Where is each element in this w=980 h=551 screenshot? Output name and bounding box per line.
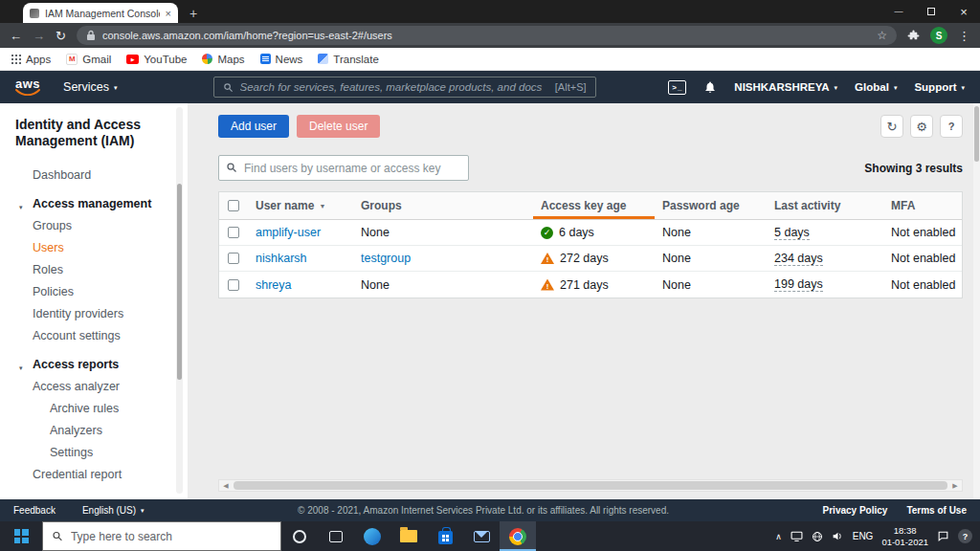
aws-footer: Feedback English (US)▾ © 2008 - 2021, Am…: [0, 499, 980, 521]
delete-user-button[interactable]: Delete user: [297, 115, 380, 138]
wifi-globe-icon[interactable]: [812, 531, 823, 542]
sidebar-item-policies[interactable]: Policies: [0, 281, 176, 303]
language-indicator[interactable]: ENG: [853, 531, 874, 541]
sidebar-scroll-thumb[interactable]: [177, 184, 182, 380]
sidebar-item-archive-rules[interactable]: Archive rules: [0, 398, 176, 420]
services-menu[interactable]: Services▾: [63, 80, 117, 94]
minimize-button[interactable]: —: [882, 0, 915, 23]
windows-logo-icon: [14, 529, 29, 543]
tray-expand-icon[interactable]: ∧: [775, 532, 782, 541]
cloudshell-icon[interactable]: >_: [668, 80, 686, 95]
reload-button[interactable]: ↻: [56, 30, 66, 42]
bookmark-news[interactable]: News: [260, 54, 303, 65]
taskbar-search-input[interactable]: [71, 530, 272, 543]
speaker-icon[interactable]: [832, 531, 844, 541]
column-user-name[interactable]: User name▼: [248, 192, 353, 219]
bookmark-apps[interactable]: Apps: [11, 54, 51, 65]
column-groups[interactable]: Groups: [353, 192, 533, 219]
feedback-link[interactable]: Feedback: [13, 505, 56, 516]
close-window-button[interactable]: ×: [947, 0, 980, 23]
extensions-puzzle-icon[interactable]: [907, 30, 920, 42]
sidebar-section-access-reports[interactable]: ▾Access reports: [0, 354, 176, 376]
sidebar-item-analyzers[interactable]: Analyzers: [0, 420, 176, 442]
bookmark-youtube[interactable]: ▶YouTube: [126, 54, 187, 65]
column-access-key-age[interactable]: Access key age: [533, 192, 655, 219]
user-link[interactable]: shreya: [256, 278, 292, 292]
help-bubble-icon[interactable]: ?: [958, 529, 972, 543]
terms-of-use-link[interactable]: Terms of Use: [906, 505, 967, 516]
forward-button[interactable]: →: [33, 30, 45, 42]
clock[interactable]: 18:38 01-01-2021: [881, 525, 928, 548]
group-link[interactable]: testgroup: [361, 252, 411, 265]
browser-tab[interactable]: IAM Management Console ×: [23, 3, 178, 23]
file-explorer-button[interactable]: [390, 521, 427, 551]
bookmark-star-icon[interactable]: ☆: [877, 29, 887, 42]
aws-search-bar[interactable]: Search for services, features, marketpla…: [213, 77, 596, 98]
account-menu[interactable]: NISHKARSHREYA▾: [734, 81, 837, 93]
sidebar-item-groups[interactable]: Groups: [0, 215, 176, 237]
task-view-button[interactable]: [318, 521, 354, 551]
help-button[interactable]: ?: [940, 115, 963, 138]
sidebar-item-roles[interactable]: Roles: [0, 259, 176, 281]
sidebar-item-users[interactable]: Users: [0, 237, 176, 259]
row-checkbox[interactable]: [228, 279, 239, 291]
preferences-gear-button[interactable]: ⚙: [910, 115, 933, 138]
sidebar-item-identity-providers[interactable]: Identity providers: [0, 303, 176, 325]
edge-button[interactable]: [354, 521, 390, 551]
password-age: None: [662, 278, 691, 292]
language-selector[interactable]: English (US)▾: [82, 505, 145, 516]
column-password-age[interactable]: Password age: [655, 192, 767, 219]
apps-grid-icon: [11, 55, 21, 64]
start-button[interactable]: [0, 521, 42, 551]
refresh-button[interactable]: ↻: [880, 115, 903, 138]
add-user-button[interactable]: Add user: [218, 115, 289, 138]
horizontal-scrollbar[interactable]: ◀ ▶: [218, 479, 963, 492]
store-button[interactable]: [427, 521, 463, 551]
groups-value: None: [361, 278, 390, 292]
find-users-input[interactable]: [218, 155, 469, 181]
browser-menu-icon[interactable]: ⋮: [958, 29, 970, 43]
maximize-button[interactable]: [915, 0, 947, 23]
sidebar-item-account-settings[interactable]: Account settings: [0, 325, 176, 347]
profile-avatar[interactable]: S: [930, 27, 947, 44]
row-checkbox[interactable]: [228, 253, 239, 264]
mail-button[interactable]: [463, 521, 500, 551]
region-menu[interactable]: Global▾: [855, 81, 897, 93]
tab-close-icon[interactable]: ×: [166, 9, 171, 18]
cortana-button[interactable]: [281, 521, 318, 551]
row-checkbox[interactable]: [228, 227, 239, 238]
select-all-checkbox[interactable]: [219, 192, 248, 219]
sidebar-section-access-management[interactable]: ▾Access management: [0, 193, 176, 215]
bookmark-maps[interactable]: Maps: [202, 54, 244, 65]
user-link[interactable]: nishkarsh: [256, 252, 307, 265]
sidebar-item-settings[interactable]: Settings: [0, 442, 176, 464]
support-menu[interactable]: Support▾: [914, 81, 965, 93]
column-mfa[interactable]: MFA: [883, 192, 962, 219]
store-icon: [438, 531, 453, 544]
new-tab-button[interactable]: +: [189, 7, 197, 20]
back-button[interactable]: ←: [10, 30, 22, 42]
privacy-policy-link[interactable]: Privacy Policy: [823, 505, 888, 516]
sidebar-item-credential-report[interactable]: Credential report: [0, 464, 176, 486]
sidebar-item-access-analyzer[interactable]: Access analyzer: [0, 376, 176, 398]
bookmark-translate[interactable]: Translate: [318, 54, 379, 65]
search-icon: [52, 530, 63, 542]
column-last-activity[interactable]: Last activity: [767, 192, 883, 219]
address-bar[interactable]: console.aws.amazon.com/iam/home?region=u…: [77, 26, 897, 45]
aws-logo[interactable]: aws: [15, 78, 40, 96]
scroll-left-icon[interactable]: ◀: [219, 482, 233, 490]
sidebar-item-dashboard[interactable]: Dashboard: [0, 165, 176, 187]
taskbar-search[interactable]: [42, 521, 281, 551]
chrome-button[interactable]: [500, 521, 536, 551]
page-scrollbar[interactable]: [973, 103, 980, 499]
horizontal-scroll-thumb[interactable]: [234, 481, 947, 490]
action-center-icon[interactable]: [937, 530, 949, 542]
network-icon[interactable]: [791, 531, 803, 541]
search-shortcut: [Alt+S]: [555, 81, 587, 93]
notifications-bell-icon[interactable]: [703, 80, 717, 94]
bookmark-gmail[interactable]: MGmail: [66, 54, 111, 65]
scroll-right-icon[interactable]: ▶: [948, 482, 962, 490]
user-link[interactable]: amplify-user: [256, 226, 321, 239]
sidebar-scrollbar[interactable]: [176, 107, 183, 494]
page-scroll-thumb[interactable]: [974, 106, 979, 162]
